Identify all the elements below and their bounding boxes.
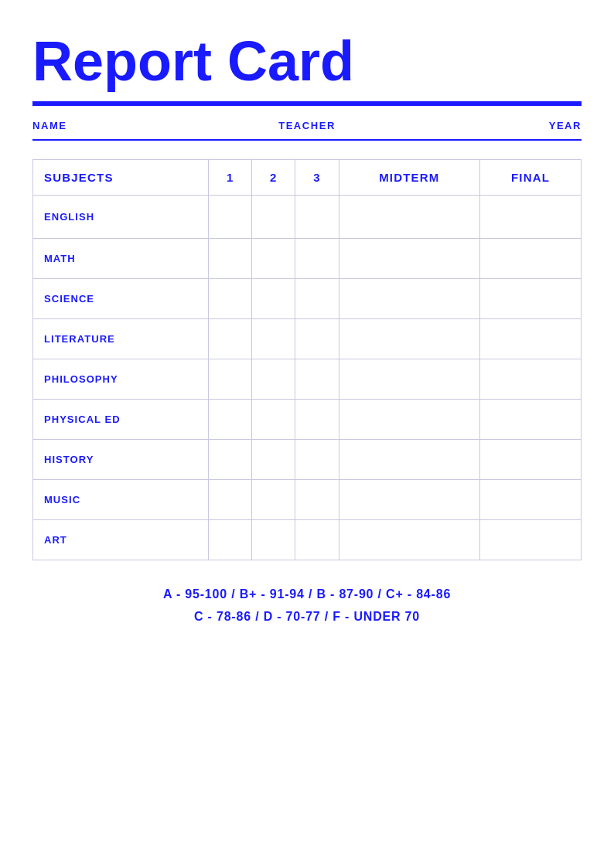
subject-cell[interactable]: LITERATURE: [33, 319, 209, 359]
grade-cell[interactable]: [209, 359, 252, 400]
grade-cell[interactable]: [339, 480, 480, 520]
grade-cell[interactable]: [209, 279, 252, 319]
thick-divider: [32, 101, 582, 106]
subject-cell[interactable]: ENGLISH: [33, 196, 209, 239]
grade-cell[interactable]: [209, 319, 252, 359]
grade-cell[interactable]: [480, 196, 582, 239]
grade-cell[interactable]: [480, 319, 582, 359]
grade-cell[interactable]: [252, 520, 295, 560]
grade-cell[interactable]: [209, 239, 252, 279]
subject-cell[interactable]: PHILOSOPHY: [33, 359, 209, 400]
subject-cell[interactable]: SCIENCE: [33, 279, 209, 319]
grade-cell[interactable]: [252, 359, 295, 400]
year-label: YEAR: [398, 120, 582, 131]
grade-cell[interactable]: [339, 400, 480, 440]
grade-table: SUBJECTS 1 2 3 MIDTERM FINAL ENGLISHMATH…: [32, 159, 582, 560]
grade-cell[interactable]: [339, 319, 480, 359]
table-row: HISTORY: [33, 440, 582, 480]
grade-scale: A - 95-100 / B+ - 91-94 / B - 87-90 / C+…: [32, 584, 582, 628]
table-row: ART: [33, 520, 582, 560]
grade-cell[interactable]: [295, 196, 339, 239]
grade-cell[interactable]: [339, 279, 480, 319]
grade-cell[interactable]: [209, 520, 252, 560]
thin-divider: [32, 139, 582, 141]
subject-cell[interactable]: MUSIC: [33, 480, 209, 520]
grade-cell[interactable]: [480, 279, 582, 319]
subject-cell[interactable]: HISTORY: [33, 440, 209, 480]
grade-cell[interactable]: [339, 196, 480, 239]
header-q3: 3: [295, 160, 339, 196]
grade-cell[interactable]: [252, 440, 295, 480]
grade-cell[interactable]: [480, 239, 582, 279]
table-header-row: SUBJECTS 1 2 3 MIDTERM FINAL: [33, 160, 582, 196]
grade-cell[interactable]: [209, 440, 252, 480]
grade-cell[interactable]: [295, 520, 339, 560]
header-q2: 2: [252, 160, 295, 196]
header-q1: 1: [209, 160, 252, 196]
grade-cell[interactable]: [480, 480, 582, 520]
grade-scale-line2: C - 78-86 / D - 70-77 / F - UNDER 70: [32, 606, 582, 628]
grade-cell[interactable]: [295, 400, 339, 440]
grade-cell[interactable]: [339, 520, 480, 560]
grade-cell[interactable]: [339, 440, 480, 480]
table-row: MATH: [33, 239, 582, 279]
grade-cell[interactable]: [480, 400, 582, 440]
grade-cell[interactable]: [295, 319, 339, 359]
grade-cell[interactable]: [295, 279, 339, 319]
table-row: LITERATURE: [33, 319, 582, 359]
grade-cell[interactable]: [252, 480, 295, 520]
header-final: FINAL: [480, 160, 582, 196]
grade-cell[interactable]: [339, 239, 480, 279]
grade-cell[interactable]: [252, 239, 295, 279]
grade-cell[interactable]: [252, 400, 295, 440]
grade-cell[interactable]: [295, 359, 339, 400]
grade-cell[interactable]: [339, 359, 480, 400]
subject-cell[interactable]: ART: [33, 520, 209, 560]
grade-cell[interactable]: [295, 440, 339, 480]
grade-cell[interactable]: [209, 400, 252, 440]
table-row: PHILOSOPHY: [33, 359, 582, 400]
grade-cell[interactable]: [480, 359, 582, 400]
grade-cell[interactable]: [252, 279, 295, 319]
table-row: PHYSICAL ED: [33, 400, 582, 440]
grade-cell[interactable]: [295, 480, 339, 520]
grade-cell[interactable]: [209, 480, 252, 520]
grade-cell[interactable]: [209, 196, 252, 239]
subject-cell[interactable]: MATH: [33, 239, 209, 279]
grade-cell[interactable]: [252, 196, 295, 239]
grade-cell[interactable]: [252, 319, 295, 359]
table-row: ENGLISH: [33, 196, 582, 239]
grade-scale-line1: A - 95-100 / B+ - 91-94 / B - 87-90 / C+…: [32, 584, 582, 606]
grade-cell[interactable]: [295, 239, 339, 279]
table-row: SCIENCE: [33, 279, 582, 319]
table-row: MUSIC: [33, 480, 582, 520]
teacher-label: TEACHER: [216, 120, 399, 131]
info-row: NAME TEACHER YEAR: [32, 120, 582, 131]
name-label: NAME: [32, 120, 216, 131]
grade-cell[interactable]: [480, 520, 582, 560]
page-title: Report Card: [32, 31, 582, 92]
subject-cell[interactable]: PHYSICAL ED: [33, 400, 209, 440]
header-midterm: MIDTERM: [339, 160, 480, 196]
grade-cell[interactable]: [480, 440, 582, 480]
header-subjects: SUBJECTS: [33, 160, 209, 196]
